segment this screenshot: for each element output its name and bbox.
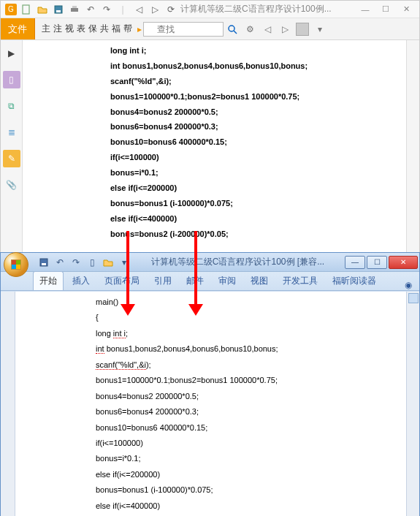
code-line: scanf("%ld",&i); — [96, 357, 400, 373]
tab-devtools[interactable]: 开发工具 — [277, 272, 324, 290]
code-line: long int i; — [110, 43, 400, 58]
vertical-ruler — [1, 292, 15, 516]
code-line: bonus1=100000*0.1;bonus2=bonus1 100000*0… — [96, 373, 400, 388]
code-line: else if(i<=200000) — [96, 467, 400, 482]
code-line: int bonus1,bonus2,bonus4,bonus6,bonus10,… — [96, 341, 400, 357]
menu-item[interactable]: 福 — [111, 21, 121, 37]
tab-references[interactable]: 引用 — [148, 272, 177, 290]
code-line: int bonus1,bonus2,bonus4,bonus6,bonus10,… — [110, 58, 400, 74]
code-line: bonus=bonus1 (i-100000)*0.075; — [96, 482, 400, 498]
save-icon[interactable] — [52, 3, 65, 16]
spellcheck-mark: scanf("%ld",&i — [96, 360, 146, 370]
tab-view[interactable]: 视图 — [245, 272, 274, 290]
svg-rect-3 — [71, 8, 78, 12]
code-line: bonus=i*0.1; — [110, 165, 400, 181]
redo-icon[interactable]: ↷ — [100, 3, 113, 16]
pdf-right-panel — [406, 40, 419, 252]
svg-rect-4 — [72, 6, 77, 8]
chevron-down-icon[interactable]: ▾ — [313, 22, 327, 37]
code-line: bonus1=100000*0.1;bonus2=bonus1 100000*0… — [110, 89, 400, 105]
word-window-controls: — ☐ ✕ — [345, 256, 418, 269]
pdf-sidebar: ▶ ▯ ⧉ ≣ ✎ 📎 — [1, 40, 23, 252]
comments-icon[interactable]: ✎ — [3, 150, 20, 167]
open-icon[interactable] — [36, 3, 49, 16]
avatar-button[interactable] — [295, 22, 310, 37]
gear-icon[interactable]: ⚙ — [243, 22, 257, 37]
menu-item[interactable]: 表 — [76, 21, 86, 37]
maximize-icon[interactable]: ☐ — [377, 4, 394, 15]
code-line: if(i<=100000) — [96, 436, 400, 451]
menu-item[interactable]: 主 — [41, 21, 51, 37]
minimize-icon[interactable]: — — [356, 4, 374, 15]
prev-icon[interactable]: ◁ — [260, 22, 275, 37]
word-window: ↶ ↷ ▯ ▾ 计算机等级二级C语言程序设计100例 [兼容... — ☐ ✕ … — [0, 252, 420, 516]
word-ribbon-tabs: 开始 插入 页面布局 引用 邮件 审阅 视图 开发工具 福昕阅读器 ◉ — [1, 272, 419, 291]
search-input[interactable] — [143, 22, 224, 37]
code-line: bonus4=bonus2 200000*0.5; — [96, 389, 400, 404]
quick-access-toolbar: ↶ ↷ ▯ ▾ — [37, 256, 131, 269]
redo-icon[interactable]: ↷ — [69, 256, 83, 269]
file-tab[interactable]: 文件 — [1, 18, 35, 39]
open-icon[interactable] — [102, 256, 115, 269]
menu-item[interactable]: 视 — [64, 21, 75, 37]
tab-foxit[interactable]: 福昕阅读器 — [327, 272, 382, 290]
expand-icon[interactable]: ▶ — [3, 45, 20, 62]
undo-icon[interactable]: ↶ — [84, 3, 97, 16]
code-line: else if(i<=200000) — [110, 181, 400, 196]
search-go-button[interactable] — [225, 22, 240, 37]
code-line: bonus=i*0.1; — [96, 451, 400, 466]
help-icon[interactable]: ◉ — [402, 280, 415, 290]
menu-item[interactable]: 共 — [99, 21, 110, 37]
office-button[interactable] — [4, 252, 28, 277]
tab-insert[interactable]: 插入 — [66, 272, 96, 290]
pdf-titlebar: G ↶ ↷ | ◁ ▷ ⟳ 计算机等级二级C语言程序设计100例... — ☐ … — [1, 1, 419, 18]
menu-item[interactable]: 注 — [53, 21, 63, 37]
layers-icon[interactable]: ≣ — [3, 124, 20, 141]
code-line: bonus4=bonus2 200000*0.5; — [110, 105, 400, 120]
spellcheck-mark: int — [96, 344, 104, 354]
undo-icon[interactable]: ↶ — [53, 256, 66, 269]
page-thumb-icon[interactable]: ▯ — [3, 71, 20, 88]
scroll-up-icon[interactable] — [408, 293, 419, 303]
word-body: main() { long int i; int bonus1,bonus2,b… — [1, 291, 419, 516]
svg-rect-0 — [23, 5, 29, 14]
maximize-button[interactable]: ☐ — [367, 256, 387, 269]
pdf-menubar: 文件 主 注 视 表 保 共 福 帮 ▸ ⚙ ◁ ▷ ▾ — [1, 18, 419, 40]
pdf-code-area: long int i; int bonus1,bonus2,bonus4,bon… — [23, 40, 406, 245]
save-icon[interactable] — [37, 256, 50, 269]
bookmark-icon[interactable]: ▸ — [137, 24, 142, 34]
code-line: { — [96, 310, 400, 325]
bookmarks-icon[interactable]: ⧉ — [3, 97, 20, 115]
refresh-icon[interactable]: ⟳ — [164, 3, 177, 16]
forward-icon[interactable]: ▷ — [148, 3, 161, 16]
code-line: bonus=bonus1 (i-100000)*0.075; — [110, 196, 400, 211]
attachment-icon[interactable]: 📎 — [3, 176, 20, 194]
tab-review[interactable]: 审阅 — [213, 272, 242, 290]
code-line: else if(i<=400000) — [96, 498, 400, 514]
pdf-menu-items: 主 注 视 表 保 共 福 帮 — [41, 21, 133, 37]
close-button[interactable]: ✕ — [389, 256, 418, 269]
search-group — [143, 22, 224, 37]
close-icon[interactable]: ✕ — [397, 4, 415, 15]
code-line: long int i; — [96, 326, 400, 341]
svg-rect-2 — [56, 10, 61, 12]
annotation-arrow — [121, 231, 135, 316]
vertical-scrollbar[interactable] — [406, 292, 419, 516]
spellcheck-mark: int i — [113, 329, 126, 338]
code-line: bonus6=bonus4 200000*0.3; — [96, 404, 400, 420]
code-line: bonus=bonus2 (i-200000)*0.05; — [110, 227, 400, 242]
word-content[interactable]: main() { long int i; int bonus1,bonus2,b… — [15, 292, 406, 516]
print-icon[interactable] — [68, 3, 81, 16]
menu-item[interactable]: 保 — [88, 21, 98, 37]
tab-home[interactable]: 开始 — [33, 271, 64, 290]
pdf-body: ▶ ▯ ⧉ ≣ ✎ 📎 long int i; int bonus1,bonus… — [1, 40, 419, 252]
minimize-button[interactable]: — — [345, 256, 365, 269]
pdf-content[interactable]: long int i; int bonus1,bonus2,bonus4,bon… — [23, 40, 406, 252]
back-icon[interactable]: ◁ — [132, 3, 145, 16]
new-icon[interactable]: ▯ — [85, 256, 99, 269]
word-titlebar: ↶ ↷ ▯ ▾ 计算机等级二级C语言程序设计100例 [兼容... — ☐ ✕ — [1, 253, 419, 272]
menu-item[interactable]: 帮 — [123, 21, 133, 37]
code-line: bonus6=bonus4 200000*0.3; — [110, 119, 400, 134]
next-icon[interactable]: ▷ — [278, 22, 292, 37]
new-icon[interactable] — [20, 3, 33, 16]
